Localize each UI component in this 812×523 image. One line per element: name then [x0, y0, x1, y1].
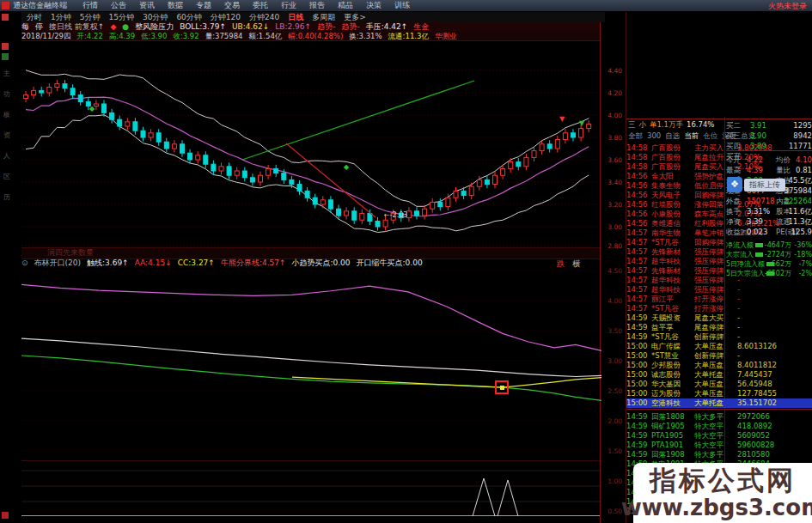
candle-body: [156, 133, 161, 142]
menu-item[interactable]: 精品: [338, 0, 353, 11]
message-row[interactable]: 15:00华大基因大单压盘56.45948: [626, 380, 812, 389]
left-tab-char[interactable]: 主: [3, 69, 10, 78]
message-cell: 迈为股份: [651, 389, 694, 398]
message-row[interactable]: 15:00电广传媒大单压盘8.6013126: [626, 342, 812, 351]
menu-item[interactable]: 行业: [281, 0, 296, 11]
panel-header-value: 小: [639, 120, 647, 129]
message-row[interactable]: 14:59天赐投资尾盘大买-: [626, 313, 812, 323]
menu-item[interactable]: 行情: [82, 0, 98, 11]
timeframe-item[interactable]: 30分钟: [143, 12, 168, 23]
timeframe-item[interactable]: 15分钟: [108, 12, 133, 23]
candle-body: [55, 84, 59, 88]
tab-item[interactable]: 当前: [684, 131, 699, 142]
tab-item[interactable]: 全部: [628, 131, 643, 142]
message-row[interactable]: 15:00迈为股份大单压盘127.78455: [626, 389, 812, 398]
signal-marker: ◆: [344, 163, 350, 171]
left-tab-char[interactable]: 历: [3, 192, 10, 202]
message-cell: *ST凡谷: [651, 332, 694, 342]
timeframe-item[interactable]: 分钟240: [249, 12, 279, 23]
menu-item[interactable]: 专题: [196, 0, 211, 11]
timeframe-item[interactable]: 5分钟: [80, 12, 101, 23]
left-tab-char[interactable]: 区: [3, 172, 10, 181]
window-title: 通达信金融终端: [13, 0, 67, 11]
orderbook-row[interactable]: 买二3.911295: [726, 120, 812, 131]
message-row[interactable]: 14:59回落1908特大多平2810580: [626, 450, 812, 459]
daily-quote-value: 幅:0.40(4.28%): [288, 32, 343, 40]
message-row[interactable]: 14:57*ST凡谷打开涨停-: [626, 304, 812, 313]
left-tool-icon[interactable]: [2, 53, 9, 60]
message-row[interactable]: 14:59*ST凡谷创新停牌-: [626, 332, 812, 342]
message-cell: 特大空平: [694, 441, 737, 450]
message-row[interactable]: 14:59益平享尾盘停牌-: [626, 323, 812, 332]
message-cell: *ST凡谷: [651, 304, 694, 313]
quote-label: 收益㈣: [726, 228, 748, 236]
timeframe-item[interactable]: 1分钟: [51, 12, 71, 23]
daily-quote-value: 额:1.54亿: [249, 32, 283, 40]
message-row[interactable]: 14:59铜矿1905特大空平418.0892: [626, 422, 812, 431]
message-row[interactable]: 15:00空港科技大单托盘35.151702: [626, 398, 812, 408]
floating-tooltip[interactable]: ❖ 指标上传: [727, 177, 785, 192]
candle-body: [305, 191, 309, 198]
message-row[interactable]: 14:59PTA1901特大空平59600828: [626, 441, 812, 450]
left-tab-char[interactable]: 功: [3, 89, 10, 99]
menu-item[interactable]: 报告: [309, 0, 325, 11]
left-tab-char[interactable]: 人: [3, 151, 10, 161]
message-row[interactable]: 15:00少邦股份大单压盘8.4011812: [626, 361, 812, 370]
boll-bands: [26, 70, 589, 233]
message-cell: 14:57: [626, 266, 651, 276]
message-row[interactable]: 15:00*ST慧业创新停牌-: [626, 351, 812, 361]
indicator-value: AA:4.15↓: [135, 258, 172, 267]
daily-quote-line: 2018/11/29四开:4.22高:4.39低:3.90收:3.92量:375…: [21, 32, 600, 40]
tab-item[interactable]: 自选: [665, 131, 680, 142]
message-row[interactable]: 15:00诚志股份大单托盘7.445437: [626, 370, 812, 380]
candle-body: [219, 167, 223, 171]
message-cell: 14:57: [626, 228, 651, 238]
quote-row: 今开4.22均价4.10: [726, 155, 812, 165]
candle-body: [297, 185, 302, 192]
message-row[interactable]: 14:57超华科技强压停牌-: [626, 285, 812, 295]
lower-grid: 4.504.003.503.002.502.001.501.000.50: [22, 267, 622, 515]
message-row[interactable]: 14:59回落1808特大多平2972066: [626, 412, 812, 422]
message-row[interactable]: 14:57丽江平打开涨停-: [626, 295, 812, 304]
message-cell: 14:57: [626, 304, 651, 313]
menu-item[interactable]: 训练: [394, 0, 410, 11]
message-cell: 集泰生物: [651, 181, 694, 191]
left-tool-icon[interactable]: [2, 14, 9, 21]
indicator-value: BOLL:3.79↑: [180, 22, 226, 31]
indicator-upload-icon[interactable]: ❖: [727, 177, 742, 192]
login-status[interactable]: 火热未登录: [768, 1, 807, 12]
timeframe-item[interactable]: 60分钟: [176, 12, 201, 23]
timeframe-item[interactable]: 分时: [27, 12, 42, 23]
orderbook-row[interactable]: 买三3.908942: [726, 131, 812, 141]
candle-body: [235, 171, 239, 175]
left-tool-icon[interactable]: [2, 512, 9, 519]
left-tool-icon[interactable]: [2, 43, 9, 50]
menu-item[interactable]: 委托: [253, 0, 268, 11]
message-row[interactable]: 14:59PTA1905特大空平5609052: [626, 431, 812, 441]
message-cell: 59600828: [737, 441, 812, 450]
candle-body: [149, 133, 153, 137]
left-tab-char[interactable]: 板: [3, 110, 10, 119]
main-grid: 4.404.204.003.803.603.403.203.002.80: [22, 67, 622, 250]
menu-item[interactable]: 公告: [111, 0, 126, 11]
tab-item[interactable]: 300: [647, 131, 661, 142]
menu-item[interactable]: 交易: [224, 0, 240, 11]
timeframe-item[interactable]: 更多>: [344, 12, 366, 23]
left-tab-char[interactable]: 资: [3, 131, 10, 140]
candle-body: [266, 168, 271, 175]
quote-value: 11.6亿: [789, 206, 812, 216]
timeframe-item[interactable]: 多周期: [312, 12, 335, 23]
candle-body: [204, 155, 208, 164]
menu-item[interactable]: 数据: [168, 0, 183, 11]
tab-item[interactable]: 仓位: [703, 131, 717, 142]
candle-body: [110, 113, 114, 119]
menu-item[interactable]: 决策: [366, 0, 382, 11]
indicator-value: ●: [122, 22, 129, 31]
timeframe-item[interactable]: 日线: [288, 12, 303, 23]
timeframe-item[interactable]: 分钟120: [211, 12, 241, 23]
candle-body: [430, 202, 435, 209]
menu-item[interactable]: 资讯: [139, 0, 155, 11]
message-cell: -: [737, 351, 812, 361]
candle-body: [493, 175, 498, 184]
message-cell: 华大基因: [651, 380, 694, 389]
